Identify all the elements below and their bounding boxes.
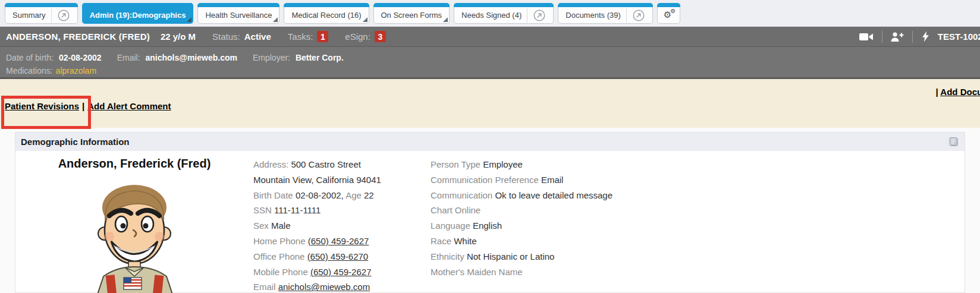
- patient-revisions-link[interactable]: Patient Revisions: [5, 101, 79, 111]
- mobile-phone-link[interactable]: (650) 459-2627: [310, 267, 372, 277]
- patient-age-sex: 22 y/o M: [161, 31, 196, 42]
- tab-on-screen-forms-label: On Screen Forms: [381, 11, 442, 20]
- dob-label: Date of birth:: [6, 53, 54, 62]
- tab-medical-record[interactable]: Medical Record (16): [284, 3, 369, 24]
- person-type-value: Employee: [483, 159, 523, 169]
- popout-arrow-icon[interactable]: [51, 8, 70, 23]
- office-phone-link[interactable]: (650) 459-6270: [307, 251, 369, 262]
- email-group: Email: anichols@mieweb.com: [117, 53, 237, 62]
- home-phone-link[interactable]: (650) 459-2627: [308, 236, 369, 246]
- attr-row-comm-preference: Communication Preference Email: [431, 172, 965, 188]
- person-type-label: Person Type: [431, 159, 480, 169]
- patient-identity-column: Anderson, Frederick (Fred): [15, 157, 253, 293]
- add-alert-comment-link[interactable]: Add Alert Comment: [87, 101, 171, 111]
- chart-id: TEST-10025: [938, 31, 980, 42]
- mobile-phone-label: Mobile Phone: [253, 267, 308, 277]
- attr-row-language: Language English: [431, 218, 965, 234]
- employer-label: Employer:: [253, 53, 290, 62]
- chart-online-label: Chart Online: [431, 205, 480, 215]
- patient-info-bar: Date of birth: 02-08-2002 Email: anichol…: [0, 47, 980, 79]
- address-line2: Mountain View, California 94041: [253, 175, 381, 185]
- sex-value: Male: [271, 220, 291, 231]
- demographic-information-panel: Demographic Information Anderson, Freder…: [15, 132, 965, 293]
- email-row-link[interactable]: anichols@mieweb.com: [278, 282, 370, 292]
- status-label: Status:: [212, 31, 240, 42]
- patient-photo[interactable]: [15, 177, 253, 293]
- tab-fold-corner-icon: [443, 17, 448, 22]
- detail-row-birthdate: Birth Date 02-08-2002, Age 22: [253, 188, 431, 203]
- patient-header-bar: ANDERSON, FREDERICK (FRED) 22 y/o M Stat…: [0, 27, 980, 47]
- esign-count-badge[interactable]: 3: [375, 31, 386, 42]
- tab-fold-corner-icon: [273, 17, 278, 22]
- popout-arrow-icon[interactable]: [527, 8, 546, 23]
- contact-details-column: Address: 500 Castro Street Mountain View…: [253, 157, 431, 293]
- patient-name: ANDERSON, FREDERICK (FRED): [6, 31, 150, 42]
- divider: [882, 31, 882, 43]
- ssn-label: SSN: [253, 205, 272, 215]
- attr-row-ethnicity: Ethnicity Not Hispanic or Latino: [431, 249, 965, 264]
- panel-title: Demographic Information: [21, 137, 130, 147]
- medications-value-link[interactable]: alprazolam: [56, 66, 96, 75]
- ethnicity-label: Ethnicity: [431, 251, 464, 262]
- tasks-label: Tasks:: [288, 31, 313, 42]
- webchart-demographics-screen: { "tab_bar": { "tabs": [ { "label": "Sum…: [0, 0, 980, 293]
- patient-display-name: Anderson, Frederick (Fred): [15, 157, 253, 171]
- status-value: Active: [244, 31, 271, 42]
- link-separator: |: [82, 101, 84, 111]
- language-label: Language: [431, 220, 470, 231]
- detail-row-address: Address: 500 Castro Street: [253, 157, 431, 172]
- address-label: Address:: [253, 159, 288, 169]
- patient-tasks-group: Tasks: 1: [288, 31, 329, 42]
- tab-admin-label: Admin (19):Demographics: [90, 11, 186, 20]
- tab-health-surveillance[interactable]: Health Surveillance: [197, 3, 279, 24]
- patient-info-line-2: Medications: alprazolam: [6, 64, 974, 77]
- tab-needs-signed[interactable]: Needs Signed (4): [454, 3, 554, 24]
- race-value: White: [454, 236, 476, 246]
- attr-row-person-type: Person Type Employee: [431, 157, 965, 172]
- tab-documents[interactable]: Documents (39): [558, 3, 652, 24]
- tab-summary-label: Summary: [12, 11, 46, 20]
- home-phone-label: Home Phone: [253, 236, 306, 246]
- left-action-links: Patient Revisions|Add Alert Comment: [5, 101, 171, 111]
- ethnicity-value: Not Hispanic or Latino: [467, 251, 555, 262]
- tab-summary[interactable]: Summary: [5, 3, 78, 24]
- detail-row-email: Email anichols@mieweb.com: [253, 279, 431, 293]
- dob-group: Date of birth: 02-08-2002: [6, 53, 102, 62]
- esign-label: eSign:: [345, 31, 370, 42]
- age-value: 22: [364, 190, 374, 200]
- sex-label: Sex: [253, 220, 269, 231]
- attr-row-race: Race White: [431, 234, 965, 249]
- email-value: anichols@mieweb.com: [145, 53, 237, 62]
- document-book-icon[interactable]: [948, 136, 959, 149]
- add-document-link[interactable]: Add Document: [940, 87, 980, 97]
- detail-row-address2: Mountain View, California 94041: [253, 172, 431, 188]
- video-camera-icon[interactable]: [859, 31, 874, 42]
- popout-arrow-icon[interactable]: [626, 8, 645, 23]
- tasks-count-badge[interactable]: 1: [317, 31, 328, 42]
- communication-value: Ok to leave detailed message: [495, 190, 612, 200]
- language-value: English: [473, 220, 502, 231]
- tab-admin-demographics[interactable]: Admin (19):Demographics: [82, 3, 194, 24]
- employer-value: Better Corp.: [296, 53, 344, 62]
- content-area: Demographic Information Anderson, Freder…: [0, 128, 980, 293]
- attr-row-communication: Communication Ok to leave detailed messa…: [431, 188, 965, 203]
- lightning-icon[interactable]: [921, 30, 930, 43]
- panel-header: Demographic Information: [15, 133, 965, 151]
- race-label: Race: [431, 236, 451, 246]
- attr-row-chart-online: Chart Online: [431, 203, 965, 218]
- add-person-icon[interactable]: [890, 31, 904, 43]
- panel-body: Anderson, Frederick (Fred): [15, 151, 965, 293]
- ssn-value: 111-11-1111: [274, 205, 321, 215]
- address-line1: 500 Castro Street: [291, 159, 361, 169]
- comm-preference-label: Communication Preference: [431, 175, 539, 185]
- tab-medical-record-label: Medical Record (16): [291, 11, 361, 20]
- patient-info-line-1: Date of birth: 02-08-2002 Email: anichol…: [6, 51, 974, 64]
- office-phone-label: Office Phone: [253, 251, 304, 262]
- settings-button[interactable]: ⚙⚙: [657, 3, 680, 24]
- patient-status-group: Status: Active: [212, 31, 271, 42]
- birth-date-value: 02-08-2002,: [296, 190, 344, 200]
- tab-on-screen-forms[interactable]: On Screen Forms: [373, 3, 450, 24]
- tab-health-surveillance-label: Health Surveillance: [205, 11, 272, 20]
- tab-fold-corner-icon: [363, 17, 368, 22]
- divider: [912, 31, 913, 43]
